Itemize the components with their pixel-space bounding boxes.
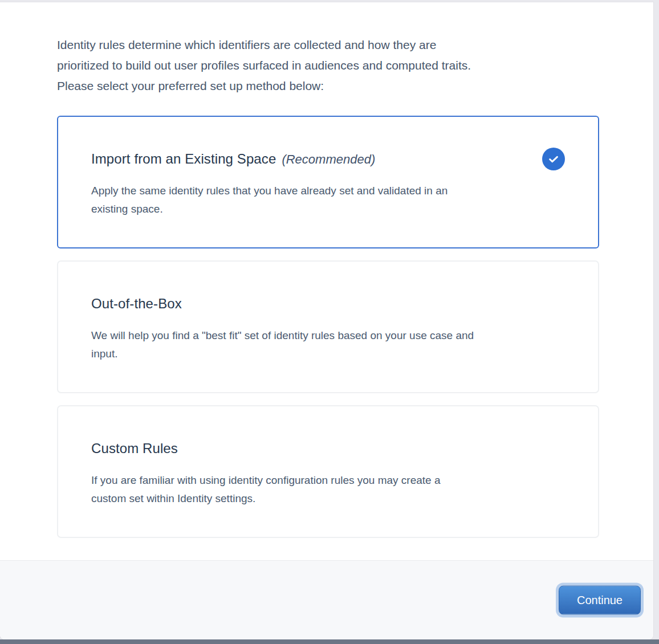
modal-footer: Continue: [0, 560, 653, 639]
option-description: If you are familiar with using identity …: [91, 471, 565, 508]
option-card-header: Import from an Existing Space (Recommend…: [91, 148, 565, 170]
bottom-strip: [0, 639, 659, 644]
option-card-custom-rules[interactable]: Custom Rules If you are familiar with us…: [57, 405, 599, 538]
recommended-badge: (Recommended): [282, 152, 375, 167]
option-title-group: Import from an Existing Space (Recommend…: [91, 151, 375, 167]
option-title-group: Custom Rules: [91, 441, 178, 456]
setup-method-options: Import from an Existing Space (Recommend…: [57, 116, 599, 538]
option-description: Apply the same identity rules that you h…: [91, 182, 565, 218]
intro-text: Identity rules determine which identifie…: [57, 35, 604, 96]
option-card-header: Custom Rules: [91, 437, 565, 460]
intro-line: prioritized to build out user profiles s…: [57, 55, 604, 76]
intro-line: Identity rules determine which identifie…: [57, 35, 604, 55]
option-title: Import from an Existing Space: [91, 151, 276, 167]
continue-button[interactable]: Continue: [559, 586, 641, 615]
option-card-header: Out-of-the-Box: [91, 292, 565, 315]
option-description: We will help you find a "best fit" set o…: [91, 327, 565, 363]
option-card-out-of-the-box[interactable]: Out-of-the-Box We will help you find a "…: [57, 260, 599, 393]
check-icon: [542, 148, 565, 170]
intro-line: Please select your preferred set up meth…: [57, 76, 604, 96]
option-card-import-from-existing-space[interactable]: Import from an Existing Space (Recommend…: [57, 116, 599, 248]
option-title-group: Out-of-the-Box: [91, 296, 182, 312]
option-title: Custom Rules: [91, 441, 178, 456]
identity-setup-modal: Identity rules determine which identifie…: [0, 2, 653, 639]
option-title: Out-of-the-Box: [91, 296, 182, 312]
